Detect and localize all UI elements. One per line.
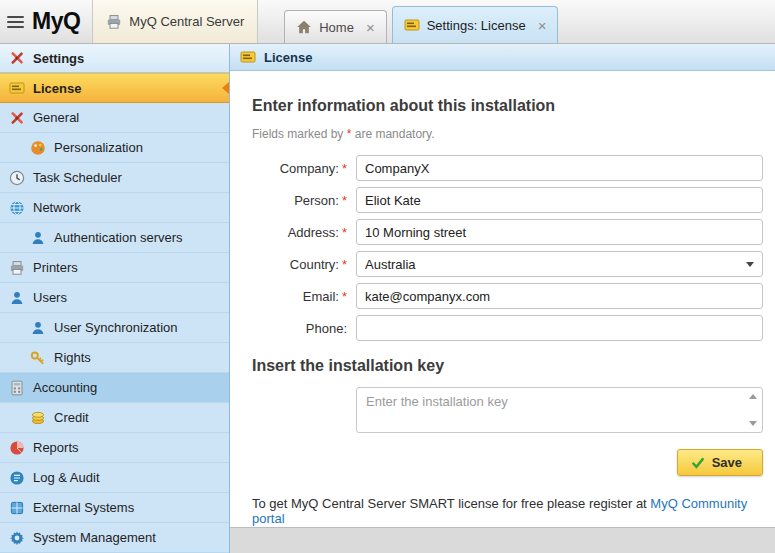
sidebar-item-personalization[interactable]: Personalization xyxy=(0,133,229,163)
sidebar-item-user-synchronization[interactable]: User Synchronization xyxy=(0,313,229,343)
sidebar-item-users[interactable]: Users xyxy=(0,283,229,313)
close-icon[interactable]: × xyxy=(366,20,375,35)
sidebar-item-label: Network xyxy=(33,200,81,215)
label-text: Person: xyxy=(294,193,339,208)
palette-icon xyxy=(30,140,46,156)
sidebar-item-label: General xyxy=(33,110,79,125)
gear-icon xyxy=(9,530,25,546)
sidebar-item-label: User Synchronization xyxy=(54,320,178,335)
sidebar-item-label: Credit xyxy=(54,410,89,425)
globe-icon xyxy=(9,200,25,216)
address-label: Address:* xyxy=(252,225,356,240)
sidebar-item-reports[interactable]: Reports xyxy=(0,433,229,463)
form-row-address: Address:* xyxy=(252,219,763,245)
person-field[interactable] xyxy=(356,187,763,213)
user-icon xyxy=(9,290,25,306)
form-row-phone: Phone: xyxy=(252,315,763,341)
label-text: Phone: xyxy=(306,321,347,336)
company-field[interactable] xyxy=(356,155,763,181)
tab-home[interactable]: Home × xyxy=(284,10,386,43)
scroll-down-icon[interactable] xyxy=(749,421,757,426)
registration-note: To get MyQ Central Server SMART license … xyxy=(252,496,763,526)
tab-label: Settings: License xyxy=(427,18,526,33)
sidebar-item-task-scheduler[interactable]: Task Scheduler xyxy=(0,163,229,193)
sidebar-title: Settings xyxy=(33,51,84,66)
label-text: Company: xyxy=(280,161,339,176)
sidebar-item-printers[interactable]: Printers xyxy=(0,253,229,283)
printer-icon xyxy=(9,260,25,276)
close-icon[interactable]: × xyxy=(538,18,547,33)
country-select[interactable]: Australia xyxy=(356,251,763,277)
menu-icon[interactable] xyxy=(0,0,30,43)
sidebar-item-label: Log & Audit xyxy=(33,470,100,485)
installation-info-title: Enter information about this installatio… xyxy=(252,97,763,115)
mandatory-note: Fields marked by * are mandatory. xyxy=(252,127,763,141)
email-label: Email:* xyxy=(252,289,356,304)
license-icon xyxy=(240,49,256,65)
tab-settings-license[interactable]: Settings: License × xyxy=(392,6,559,43)
phone-label: Phone: xyxy=(252,321,356,336)
label-text: Country: xyxy=(290,257,339,272)
mandatory-note-text: are mandatory. xyxy=(351,127,434,141)
sidebar-item-network[interactable]: Network xyxy=(0,193,229,223)
cube-icon xyxy=(9,500,25,516)
key-icon xyxy=(30,350,46,366)
top-bar: MyQ MyQ Central Server Home × Settings: … xyxy=(0,0,775,44)
myq-central-server-window: MyQ MyQ Central Server Home × Settings: … xyxy=(0,0,775,553)
sidebar-item-label: System Management xyxy=(33,530,156,545)
clock-icon xyxy=(9,170,25,186)
license-icon xyxy=(404,17,420,33)
installation-key-input[interactable] xyxy=(356,387,763,433)
form-row-person: Person:* xyxy=(252,187,763,213)
country-label: Country:* xyxy=(252,257,356,272)
save-button[interactable]: Save xyxy=(677,449,763,476)
sidebar-item-log-audit[interactable]: Log & Audit xyxy=(0,463,229,493)
sidebar-item-label: Personalization xyxy=(54,140,143,155)
sidebar-item-label: Reports xyxy=(33,440,79,455)
sidebar-item-system-management[interactable]: System Management xyxy=(0,523,229,553)
tools-icon xyxy=(9,110,25,126)
required-asterisk: * xyxy=(342,193,347,208)
save-label: Save xyxy=(712,455,742,470)
sidebar-item-rights[interactable]: Rights xyxy=(0,343,229,373)
sidebar-item-accounting[interactable]: Accounting xyxy=(0,373,229,403)
registration-note-text: To get MyQ Central Server SMART license … xyxy=(252,496,650,511)
required-asterisk: * xyxy=(342,161,347,176)
sidebar-item-general[interactable]: General xyxy=(0,103,229,133)
sidebar-item-label: External Systems xyxy=(33,500,134,515)
form-row-company: Company:* xyxy=(252,155,763,181)
pie-chart-icon xyxy=(9,440,25,456)
myq-logo: MyQ xyxy=(30,0,92,43)
sidebar-item-authentication-servers[interactable]: Authentication servers xyxy=(0,223,229,253)
server-button[interactable]: MyQ Central Server xyxy=(92,0,258,43)
sidebar-item-credit[interactable]: Credit xyxy=(0,403,229,433)
log-icon xyxy=(9,470,25,486)
required-asterisk: * xyxy=(342,257,347,272)
required-asterisk: * xyxy=(342,225,347,240)
sidebar-item-label: Authentication servers xyxy=(54,230,183,245)
printer-icon xyxy=(106,14,122,30)
scroll-up-icon[interactable] xyxy=(749,394,757,399)
label-text: Email: xyxy=(303,289,339,304)
chevron-down-icon xyxy=(746,262,754,267)
sidebar-item-external-systems[interactable]: External Systems xyxy=(0,493,229,523)
installation-key-title: Insert the installation key xyxy=(252,357,763,375)
address-field[interactable] xyxy=(356,219,763,245)
user-sync-icon xyxy=(30,320,46,336)
sidebar-header: Settings xyxy=(0,44,229,73)
bottom-strip xyxy=(230,527,775,553)
app-body: Settings License General Personalization… xyxy=(0,44,775,553)
tab-label: Home xyxy=(319,20,354,35)
installation-key-wrap xyxy=(356,387,763,433)
sidebar-item-license[interactable]: License xyxy=(0,73,229,103)
save-row: Save xyxy=(252,449,763,476)
sidebar-item-label: Printers xyxy=(33,260,78,275)
sidebar-item-label: Users xyxy=(33,290,67,305)
phone-field[interactable] xyxy=(356,315,763,341)
check-icon xyxy=(691,456,705,470)
sidebar-item-label: Task Scheduler xyxy=(33,170,122,185)
page-title: License xyxy=(264,50,312,65)
license-form: Enter information about this installatio… xyxy=(230,71,775,527)
email-field[interactable] xyxy=(356,283,763,309)
settings-sidebar: Settings License General Personalization… xyxy=(0,44,230,553)
